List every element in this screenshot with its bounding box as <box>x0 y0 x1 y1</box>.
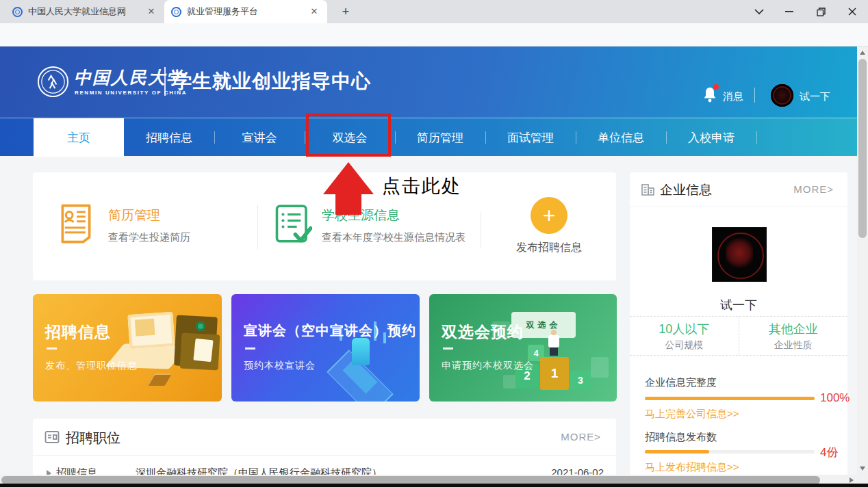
stat-company-type: 其他企业 企业性质 <box>739 317 848 355</box>
card-divider <box>33 455 616 456</box>
window-close-button[interactable] <box>839 0 865 23</box>
nav-item-resume-mgmt[interactable]: 简历管理 <box>395 118 485 157</box>
tab-title: 就业管理服务平台 <box>187 5 303 18</box>
banner-recruit-info[interactable]: 招聘信息 发布、管理职位信息 <box>33 294 222 402</box>
messages-link[interactable]: 消息 <box>723 90 743 103</box>
ruc-favicon-icon <box>171 7 181 17</box>
nav-separator <box>485 131 486 144</box>
tab-close-icon[interactable]: ✕ <box>145 5 157 18</box>
banner-info-session-booking[interactable]: 宣讲会（空中宣讲会）预约 预约本校宣讲会 <box>231 294 420 402</box>
nav-item-campus-entry[interactable]: 入校申请 <box>666 118 756 157</box>
nav-item-home[interactable]: 主页 <box>34 118 124 157</box>
progress-bar-completeness <box>645 397 815 400</box>
nav-separator <box>305 131 305 144</box>
nav-item-interview-mgmt[interactable]: 面试管理 <box>485 118 576 157</box>
tab-strip: 中国人民大学就业信息网 ✕ 就业管理服务平台 ✕ + <box>0 0 868 23</box>
person-illustration <box>551 330 557 335</box>
nav-separator <box>395 131 396 144</box>
laptop-illustration <box>127 312 175 349</box>
person-illustration <box>550 347 558 356</box>
vertical-scrollbar[interactable] <box>857 47 868 475</box>
banner-title: 双选会预约 <box>442 321 524 343</box>
tab-title: 中国人民大学就业信息网 <box>28 5 140 18</box>
resume-document-icon <box>58 202 94 246</box>
banner-subtitle: 发布、管理职位信息 <box>45 360 138 372</box>
podium-block: 3 <box>570 371 591 390</box>
podium-block: 1 <box>540 357 569 390</box>
job-positions-icon <box>44 430 60 447</box>
banner-title: 宣讲会（空中宣讲会）预约 <box>244 321 416 340</box>
company-more-link[interactable]: MORE> <box>793 183 834 195</box>
card-divider <box>481 212 481 248</box>
company-section-title: 企业信息 <box>660 181 712 199</box>
hologram-illustration <box>352 338 370 365</box>
nav-item-company-info[interactable]: 单位信息 <box>576 118 666 157</box>
quick-link-desc: 查看本年度学校生源信息情况表 <box>322 231 465 244</box>
background-shape <box>503 375 517 389</box>
scroll-right-arrow-icon[interactable] <box>850 477 854 483</box>
browser-window: 中国人民大学就业信息网 ✕ 就业管理服务平台 ✕ + <box>0 0 868 487</box>
student-source-checklist-icon <box>274 202 312 248</box>
background-shape <box>591 357 609 378</box>
company-info-panel: 企业信息 MORE> 试一下 10人以下 公司规模 其他企业 企业性质 企业信息… <box>630 172 847 487</box>
annotation-arrow-icon <box>335 193 361 215</box>
progress-fill <box>645 397 815 400</box>
vertical-scrollbar-thumb[interactable] <box>858 59 867 238</box>
calculator-illustration <box>147 373 172 386</box>
progress-label: 招聘信息发布数 <box>645 431 717 444</box>
stat-company-size: 10人以下 公司规模 <box>630 317 739 355</box>
person-illustration <box>548 335 559 347</box>
building-icon <box>641 182 655 199</box>
new-tab-button[interactable]: + <box>337 3 355 21</box>
banner-subtitle: 申请预约本校双选会 <box>442 360 534 372</box>
window-minimize-button[interactable] <box>776 0 802 23</box>
stat-label: 企业性质 <box>774 339 813 352</box>
university-name-en: RENMIN UNIVERSITY OF CHINA <box>75 90 187 96</box>
company-name: 试一下 <box>630 297 847 313</box>
quick-link-title[interactable]: 简历管理 <box>108 207 160 224</box>
user-avatar[interactable] <box>771 84 793 107</box>
tab-ruc-job-site[interactable]: 中国人民大学就业信息网 ✕ <box>5 0 164 23</box>
university-name-cn: 中国人民大学 <box>74 66 185 89</box>
tab-close-icon[interactable]: ✕ <box>308 5 320 18</box>
main-nav: 主页 招聘信息 宣讲会 双选会 简历管理 面试管理 单位信息 入校申请 <box>0 118 868 156</box>
progress-fill <box>645 450 709 453</box>
annotation-highlight-box <box>306 114 391 157</box>
card-divider <box>630 207 847 207</box>
scroll-down-arrow-icon[interactable] <box>860 466 865 471</box>
nav-separator <box>214 131 215 144</box>
username-label[interactable]: 试一下 <box>800 90 830 103</box>
banner-dash <box>47 347 57 350</box>
ruc-seal-logo-icon <box>37 66 69 101</box>
company-stats: 10人以下 公司规模 其他企业 企业性质 <box>630 316 847 356</box>
complete-company-info-link[interactable]: 马上完善公司信息>> <box>645 408 739 421</box>
banner-job-fair-booking[interactable]: 双选会 4 2 1 3 双选会预约 申请预约本校双选会 <box>429 294 617 402</box>
progress-value: 100% <box>820 391 850 405</box>
banner-dash <box>245 347 255 350</box>
publish-job-button[interactable]: + <box>531 197 567 234</box>
banner-dash <box>443 347 453 350</box>
publish-job-label[interactable]: 发布招聘信息 <box>505 241 593 255</box>
quick-link-desc: 查看学生投递简历 <box>108 231 190 244</box>
progress-value: 4份 <box>820 445 838 460</box>
annotation-arrow-icon <box>323 162 374 194</box>
nav-item-recruit-info[interactable]: 招聘信息 <box>124 118 214 157</box>
annotation-text: 点击此处 <box>382 174 461 198</box>
header-divider <box>164 67 166 96</box>
publish-recruit-info-link[interactable]: 马上发布招聘信息>> <box>645 461 739 474</box>
tab-employment-platform[interactable]: 就业管理服务平台 ✕ <box>164 0 327 23</box>
stat-label: 公司规模 <box>665 339 703 352</box>
window-bottom-edge <box>0 484 868 487</box>
site-title: 学生就业创业指导中心 <box>173 68 371 94</box>
scroll-up-arrow-icon[interactable] <box>860 51 865 55</box>
window-restore-button[interactable] <box>808 0 834 23</box>
nav-item-info-session[interactable]: 宣讲会 <box>214 118 305 157</box>
progress-bar-postings <box>645 450 815 453</box>
tab-search-chevron-icon[interactable] <box>746 0 772 23</box>
company-logo <box>712 227 767 282</box>
nav-separator <box>756 131 757 144</box>
coin-illustration <box>196 321 205 331</box>
jobs-more-link[interactable]: MORE> <box>561 431 601 443</box>
notification-bell-icon[interactable] <box>702 86 719 104</box>
progress-label: 企业信息完整度 <box>645 376 717 389</box>
